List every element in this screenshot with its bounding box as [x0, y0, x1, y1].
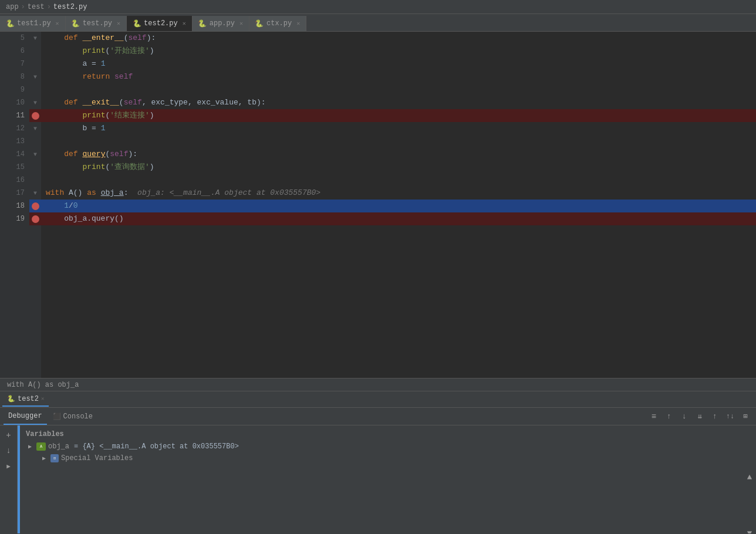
tab-ctx[interactable]: 🐍 ctx.py ✕ — [249, 16, 306, 31]
debug-btn-run-cursor[interactable]: ↑↓ — [723, 410, 737, 423]
var-row-obj_a[interactable]: ▶ A obj_a = {A} <__main__.A object at 0x… — [22, 441, 741, 452]
code-line-19: obj_a.query() — [41, 212, 756, 225]
code-line-15: print('查询数据') — [41, 161, 756, 174]
code-line-8: return self — [41, 70, 756, 83]
tab-close-test2[interactable]: ✕ — [183, 20, 186, 27]
py-icon-3: 🐍 — [133, 19, 141, 28]
code-content[interactable]: def __enter__(self): print('开始连接') a = 1… — [41, 32, 756, 378]
debug-tab-bar: 🐍 test2 ✕ — [0, 391, 756, 408]
breakpoint-11[interactable] — [29, 109, 41, 122]
debug-btn-step-over[interactable]: ↑ — [662, 410, 676, 423]
variables-header: Variables — [22, 428, 741, 441]
code-line-16 — [41, 174, 756, 187]
code-line-10: def __exit__(self, exc_type, exc_value, … — [41, 96, 756, 109]
debug-expand-btn[interactable]: ▶ — [2, 459, 15, 472]
tab-console[interactable]: ⬛ Console — [48, 408, 97, 425]
fold-10[interactable]: ▼ — [29, 96, 41, 109]
code-line-7: a = 1 — [41, 58, 756, 70]
py-icon: 🐍 — [6, 19, 14, 28]
code-line-11: print('结束连接') — [41, 109, 756, 122]
py-icon-4: 🐍 — [198, 19, 207, 28]
code-line-9 — [41, 83, 756, 96]
breadcrumb-test[interactable]: test — [28, 3, 45, 11]
tooltip-bar: with A() as obj_a — [0, 378, 756, 391]
tab-test[interactable]: 🐍 test.py ✕ — [66, 16, 127, 31]
fold-17[interactable]: ▼ — [29, 187, 41, 200]
debug-content: + ↓ ▶ Variables ▶ A obj_a = {A} <__main_… — [0, 425, 756, 533]
debug-btn-menu[interactable]: ≡ — [647, 410, 661, 423]
var-expand-special[interactable]: ▶ — [40, 454, 48, 462]
scroll-panel: ▲ ▼ — [743, 425, 756, 533]
code-line-17: with A() as obj_a: obj_a: <__main__.A ob… — [41, 187, 756, 200]
tab-close-ctx[interactable]: ✕ — [296, 20, 300, 27]
debug-btn-frames[interactable]: ⊞ — [738, 410, 752, 423]
tab-close-test[interactable]: ✕ — [117, 20, 120, 27]
gutter: ▼ ▼ ▼ ▼ ▼ ▼ — [29, 32, 41, 378]
special-var-icon: ⊞ — [50, 454, 59, 462]
debug-btn-step-into[interactable]: ↓ — [677, 410, 691, 423]
scroll-down-btn[interactable]: ▼ — [743, 529, 756, 533]
debug-add-btn[interactable]: + — [2, 429, 15, 442]
tab-app[interactable]: 🐍 app.py ✕ — [193, 16, 249, 31]
var-type-icon: A — [36, 442, 46, 451]
breadcrumb-app[interactable]: app — [6, 3, 19, 11]
tab-debugger[interactable]: Debugger — [4, 408, 47, 425]
tab-bar: 🐍 test1.py ✕ 🐍 test.py ✕ 🐍 test2.py ✕ 🐍 … — [0, 14, 756, 32]
fold-14[interactable]: ▼ — [29, 148, 41, 161]
breakpoint-19[interactable] — [29, 212, 41, 225]
py-icon-5: 🐍 — [255, 19, 264, 28]
code-line-12: b = 1 — [41, 122, 756, 135]
code-line-18: 1/0 — [41, 200, 756, 212]
debug-panel: 🐍 test2 ✕ Debugger ⬛ Console ≡ ↑ ↓ ⇊ ↑ ↑… — [0, 391, 756, 534]
line-numbers: 5 6 7 8 9 10 11 12 13 14 15 16 17 18 19 — [0, 32, 29, 378]
breadcrumb-file: test2.py — [53, 3, 87, 11]
debug-btn-step-into-my[interactable]: ⇊ — [693, 410, 707, 423]
py-icon-2: 🐍 — [72, 19, 80, 28]
debug-left-panel: + ↓ ▶ — [0, 425, 18, 533]
tab-test1[interactable]: 🐍 test1.py ✕ — [0, 16, 66, 31]
debug-down-btn[interactable]: ↓ — [2, 444, 15, 457]
editor-area: 5 6 7 8 9 10 11 12 13 14 15 16 17 18 19 … — [0, 32, 756, 378]
breadcrumb: app › test › test2.py — [0, 0, 756, 14]
var-expand-icon[interactable]: ▶ — [26, 442, 34, 451]
scroll-up-btn[interactable]: ▲ — [743, 472, 756, 482]
code-line-14: def query(self): — [41, 148, 756, 161]
code-line-5: def __enter__(self): — [41, 32, 756, 45]
fold-5[interactable]: ▼ — [29, 32, 41, 45]
py-session-icon: 🐍 — [7, 395, 15, 403]
tab-close-app[interactable]: ✕ — [239, 20, 243, 27]
code-line-6: print('开始连接') — [41, 45, 756, 58]
tab-test2[interactable]: 🐍 test2.py ✕ — [127, 16, 193, 31]
session-tab-close[interactable]: ✕ — [41, 396, 44, 402]
code-line-13 — [41, 135, 756, 148]
tab-close-test1[interactable]: ✕ — [56, 20, 59, 27]
fold-12[interactable]: ▼ — [29, 122, 41, 135]
debug-btn-step-out[interactable]: ↑ — [708, 410, 722, 423]
console-icon: ⬛ — [53, 413, 61, 420]
session-tab-test2[interactable]: 🐍 test2 ✕ — [2, 393, 49, 407]
debug-toolbar: Debugger ⬛ Console ≡ ↑ ↓ ⇊ ↑ ↑↓ ⊞ — [0, 408, 756, 425]
fold-8[interactable]: ▼ — [29, 70, 41, 83]
variables-panel: Variables ▶ A obj_a = {A} <__main__.A ob… — [20, 425, 743, 533]
var-row-special[interactable]: ▶ ⊞ Special Variables — [22, 452, 741, 464]
breakpoint-18[interactable] — [29, 200, 41, 212]
